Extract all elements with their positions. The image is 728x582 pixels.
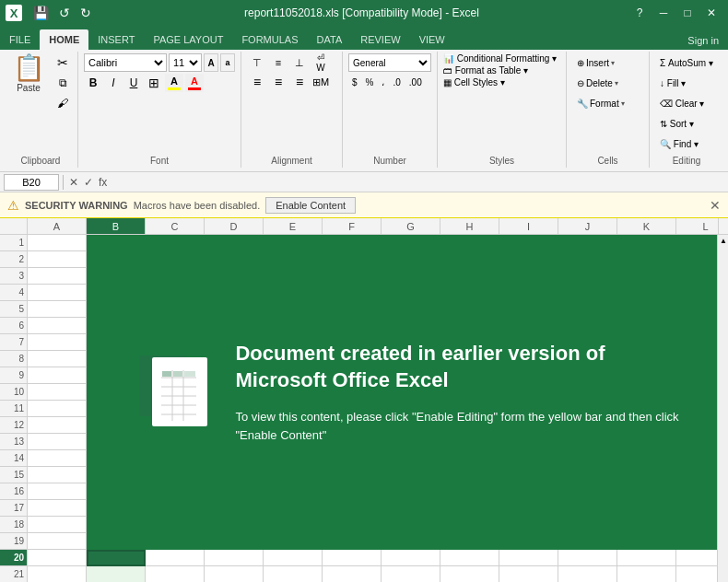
close-button[interactable]: ✕ — [700, 3, 722, 23]
grid-cell[interactable] — [28, 500, 87, 517]
grid-cell[interactable] — [28, 251, 87, 268]
sort-filter-button[interactable]: ⇅ Sort ▾ — [655, 114, 699, 133]
tab-formulas[interactable]: FORMULAS — [232, 29, 307, 50]
tab-page-layout[interactable]: PAGE LAYOUT — [144, 29, 232, 50]
grid-cell[interactable] — [440, 566, 499, 582]
grid-cell[interactable] — [676, 550, 717, 566]
grid-cell[interactable] — [28, 285, 87, 301]
decimal-dec-button[interactable]: .00 — [405, 74, 426, 90]
grid-cell[interactable] — [205, 550, 264, 566]
conditional-formatting-button[interactable]: 📊 Conditional Formatting ▾ — [443, 53, 557, 64]
copy-button[interactable]: ⧉ — [53, 74, 72, 92]
formula-input[interactable] — [112, 174, 724, 191]
clear-button[interactable]: ⌫ Clear ▾ — [655, 94, 709, 112]
font-family-select[interactable]: Calibri — [84, 53, 167, 72]
bold-button[interactable]: B — [84, 74, 102, 92]
grid-cell[interactable] — [323, 550, 382, 566]
grid-cell[interactable] — [28, 450, 87, 467]
grid-cell[interactable] — [28, 550, 87, 566]
cell-styles-button[interactable]: ▦ Cell Styles ▾ — [443, 77, 505, 87]
wrap-text-button[interactable]: ⏎ W — [311, 53, 331, 72]
grid-cell[interactable] — [499, 566, 558, 582]
sign-in-button[interactable]: Sign in — [678, 31, 728, 50]
grid-cell[interactable] — [558, 566, 617, 582]
merge-button[interactable]: ⊞M — [311, 73, 331, 91]
grid-cell[interactable] — [382, 550, 440, 566]
format-as-table-button[interactable]: 🗃 Format as Table ▾ — [443, 65, 528, 76]
save-button[interactable]: 💾 — [29, 4, 53, 22]
grid-cell[interactable] — [28, 367, 87, 384]
vertical-scrollbar[interactable]: ▲ ▼ — [717, 235, 728, 582]
grid-cell[interactable] — [28, 384, 87, 401]
font-color-button[interactable]: A — [185, 74, 204, 92]
align-center-button[interactable]: ≡ — [268, 73, 288, 91]
grid-cell[interactable] — [264, 550, 323, 566]
format-button[interactable]: 🔧 Format ▾ — [572, 94, 629, 112]
italic-button[interactable]: I — [104, 74, 123, 92]
font-grow-button[interactable]: A — [204, 53, 218, 72]
fill-button[interactable]: ↓ Fill ▾ — [655, 74, 690, 92]
grid-cell[interactable] — [28, 417, 87, 434]
grid-cell[interactable] — [28, 434, 87, 450]
grid-cell[interactable] — [499, 550, 558, 566]
tab-insert[interactable]: INSERT — [88, 29, 144, 50]
tab-view[interactable]: VIEW — [410, 29, 454, 50]
grid-cell[interactable] — [87, 550, 146, 566]
formula-cancel-button[interactable]: ✕ — [67, 176, 80, 189]
grid-cell[interactable] — [28, 467, 87, 483]
comma-button[interactable]: ، — [378, 74, 388, 90]
insert-function-button[interactable]: fx — [97, 176, 109, 189]
number-format-select[interactable]: General — [348, 53, 431, 72]
grid-cell[interactable] — [617, 566, 676, 582]
align-right-button[interactable]: ≡ — [289, 73, 310, 91]
tab-home[interactable]: HOME — [40, 29, 88, 50]
grid-cell[interactable] — [617, 550, 676, 566]
grid-cell[interactable] — [205, 566, 264, 582]
currency-button[interactable]: $ — [348, 74, 361, 90]
grid-cell[interactable] — [558, 550, 617, 566]
underline-button[interactable]: U — [124, 74, 143, 92]
tab-review[interactable]: REVIEW — [351, 29, 409, 50]
redo-button[interactable]: ↻ — [76, 4, 95, 22]
align-middle-button[interactable]: ≡ — [268, 53, 288, 72]
grid-cell[interactable] — [28, 235, 87, 251]
grid-cell[interactable] — [146, 566, 205, 582]
formula-confirm-button[interactable]: ✓ — [82, 176, 95, 189]
grid-cell[interactable] — [28, 334, 87, 351]
paste-button[interactable]: 📋 Paste — [9, 53, 48, 92]
grid-cell[interactable] — [28, 566, 87, 582]
align-top-button[interactable]: ⊤ — [247, 53, 267, 72]
grid-cell[interactable] — [440, 550, 499, 566]
minimize-button[interactable]: ─ — [652, 3, 675, 23]
enable-content-button[interactable]: Enable Content — [265, 197, 356, 214]
grid-cell[interactable] — [28, 401, 87, 417]
format-painter-button[interactable]: 🖌 — [53, 94, 72, 112]
grid-cell[interactable] — [28, 318, 87, 334]
grid-cell[interactable] — [28, 351, 87, 367]
grid-cell[interactable] — [382, 566, 440, 582]
font-size-select[interactable]: 11 — [169, 53, 202, 72]
security-close-button[interactable]: ✕ — [710, 198, 721, 213]
grid-cell[interactable] — [28, 533, 87, 550]
name-box[interactable] — [4, 174, 59, 191]
font-shrink-button[interactable]: a — [220, 53, 235, 72]
grid-cell[interactable] — [87, 566, 146, 582]
find-select-button[interactable]: 🔍 Find ▾ — [655, 134, 703, 153]
align-left-button[interactable]: ≡ — [247, 73, 267, 91]
align-bottom-button[interactable]: ⊥ — [289, 53, 310, 72]
autosum-button[interactable]: Σ AutoSum ▾ — [655, 53, 718, 72]
grid-cell[interactable] — [28, 268, 87, 285]
grid-cell[interactable] — [323, 566, 382, 582]
tab-file[interactable]: FILE — [0, 29, 40, 50]
insert-button[interactable]: ⊕ Insert ▾ — [572, 53, 619, 72]
fill-color-button[interactable]: A — [165, 74, 183, 92]
help-button[interactable]: ? — [628, 3, 651, 23]
grid-cell[interactable] — [28, 483, 87, 500]
maximize-button[interactable]: □ — [676, 3, 699, 23]
delete-button[interactable]: ⊖ Delete ▾ — [572, 74, 623, 92]
grid-cell[interactable] — [28, 301, 87, 318]
grid-cell[interactable] — [264, 566, 323, 582]
tab-data[interactable]: DATA — [308, 29, 352, 50]
undo-button[interactable]: ↺ — [55, 4, 74, 22]
grid-cell[interactable] — [676, 566, 717, 582]
